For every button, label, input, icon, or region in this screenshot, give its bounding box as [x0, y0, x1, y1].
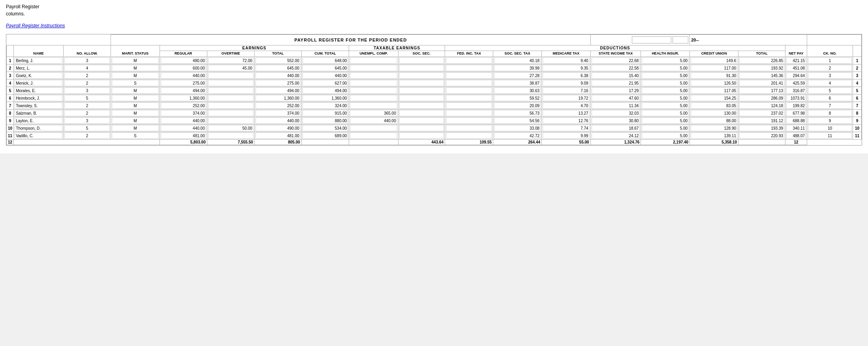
col-no-allow: NO. ALLOW.	[63, 45, 111, 57]
period-label: PAYROLL REGISTER FOR THE PERIOD ENDED	[111, 35, 590, 45]
col-fed-inc-tax: FED. INC. TAX	[445, 51, 493, 57]
taxable-earnings-group: TAXABLE EARNINGS	[349, 45, 445, 51]
table-row: 77	[7, 102, 862, 110]
table-row: 88	[7, 110, 862, 117]
period-date-input2[interactable]	[673, 36, 688, 43]
col-cum-total: CUM. TOTAL	[301, 51, 349, 57]
col-regular: REGULAR	[160, 51, 207, 57]
table-row: 55	[7, 87, 862, 95]
table-row: 99	[7, 117, 862, 125]
col-credit-union: CREDIT UNION	[690, 51, 738, 57]
page-subtitle: columns.	[6, 11, 862, 17]
col-soc-sec-tax: SOC. SEC. TAX	[493, 51, 542, 57]
col-soc-sec: SOC. SEC.	[398, 51, 445, 57]
page-title: Payroll Register	[6, 4, 862, 9]
table-row: 66	[7, 95, 862, 102]
col-name: NAME	[14, 45, 64, 57]
col-overtime: OVERTIME	[207, 51, 254, 57]
col-state-income-tax: STATE INCOME TAX	[590, 51, 641, 57]
col-medicare-tax: MEDICARE TAX	[542, 51, 591, 57]
table-row: 1010	[7, 125, 862, 132]
col-total-ded: TOTAL	[738, 51, 785, 57]
col-net-pay: NET PAY	[785, 45, 807, 57]
period-date-input[interactable]	[632, 36, 671, 43]
period-row: PAYROLL REGISTER FOR THE PERIOD ENDED 20…	[7, 35, 862, 45]
col-unempl-comp: UNEMPL. COMP.	[349, 51, 398, 57]
table-row: 44	[7, 79, 862, 87]
totals-row: 125,803.007,555.50805.00443.64109.55264.…	[7, 140, 862, 145]
table-row: 22	[7, 64, 862, 72]
table-row: 11	[7, 57, 862, 64]
deductions-group: DEDUCTIONS	[445, 45, 785, 51]
col-health-insur: HEALTH INSUR.	[641, 51, 690, 57]
table-row: 1111	[7, 132, 862, 140]
payroll-register-table: PAYROLL REGISTER FOR THE PERIOD ENDED 20…	[6, 34, 862, 146]
table-row: 33	[7, 72, 862, 79]
year-suffix: 20--	[690, 35, 807, 45]
instructions-link[interactable]: Payroll Register Instructions	[6, 23, 65, 28]
data-rows: 11223344556677889910101111	[7, 57, 862, 140]
col-total: TOTAL	[254, 51, 301, 57]
col-marit-status: MARIT. STATUS	[111, 45, 160, 57]
col-ck-no: CK. NO.	[807, 45, 853, 57]
group-headers-row: NAME NO. ALLOW. MARIT. STATUS EARNINGS T…	[7, 45, 862, 51]
earnings-group: EARNINGS	[160, 45, 349, 51]
